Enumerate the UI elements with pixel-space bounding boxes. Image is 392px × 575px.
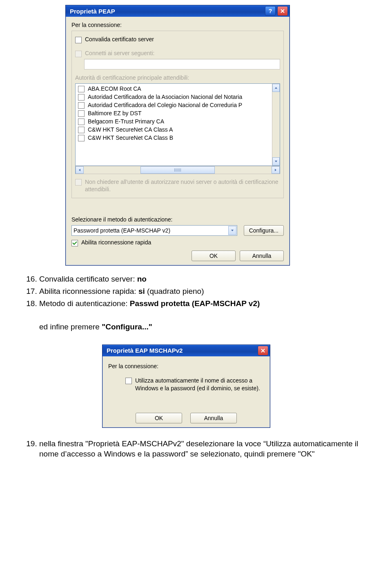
no-prompt-label: Non chiedere all'utente di autorizzare n…	[85, 178, 280, 193]
trusted-ca-label: Autorità di certificazione principale at…	[75, 74, 280, 81]
configure-button[interactable]: Configura...	[244, 225, 284, 236]
titlebar[interactable]: Proprietà PEAP ?	[66, 5, 290, 17]
close-button[interactable]	[277, 6, 288, 16]
fast-reconnect-checkbox[interactable]: Abilita riconnessione rapida	[71, 239, 284, 246]
checkbox-icon	[75, 51, 82, 57]
ok-button[interactable]: OK	[192, 251, 236, 261]
instruction-tail: ed infine premere "Configura..."	[25, 322, 367, 332]
scroll-thumb[interactable]	[140, 166, 215, 174]
peap-properties-dialog: Proprietà PEAP ? Per la connessione: Con…	[65, 5, 290, 266]
fast-reconnect-label: Abilita riconnessione rapida	[81, 239, 151, 246]
instructions-block-2: nella finestra "Proprietà EAP-MSCHAPv2" …	[25, 439, 367, 459]
instruction-18: Metodo di autenticazione: Passwd protett…	[39, 298, 367, 309]
ca-item-label: C&W HKT SecureNet CA Class B	[88, 134, 173, 141]
auto-logon-checkbox[interactable]: Utilizza automaticamente il nome di acce…	[125, 377, 264, 392]
ok-button[interactable]: OK	[136, 413, 182, 423]
instructions-block-1: Convalida certificato server: no Abilita…	[25, 274, 367, 332]
horizontal-scrollbar[interactable]	[75, 166, 280, 174]
checkbox-icon	[78, 119, 85, 125]
connection-label: Per la connessione:	[108, 363, 264, 369]
no-prompt-checkbox: Non chiedere all'utente di autorizzare n…	[75, 178, 280, 193]
mschapv2-properties-dialog: Proprietà EAP MSCHAPv2 Per la connession…	[102, 345, 270, 428]
cancel-button[interactable]: Annulla	[190, 413, 237, 423]
checkbox-icon	[78, 94, 85, 101]
ca-list-item[interactable]: Baltimore EZ by DST	[76, 109, 272, 117]
ca-item-label: C&W HKT SecureNet CA Class A	[88, 126, 173, 133]
auth-method-label: Selezionare il metodo di autenticazione:	[71, 216, 284, 223]
titlebar[interactable]: Proprietà EAP MSCHAPv2	[102, 345, 270, 356]
checkbox-icon	[78, 102, 85, 109]
auto-logon-label: Utilizza automaticamente il nome di acce…	[135, 377, 264, 392]
trusted-ca-list[interactable]: ABA.ECOM Root CAAutoridad Certificadora …	[75, 83, 280, 166]
connect-servers-label: Connetti ai server seguenti:	[85, 50, 154, 56]
ca-item-label: Autoridad Certificadora del Colegio Naci…	[88, 102, 242, 108]
ca-list-item[interactable]: C&W HKT SecureNet CA Class A	[76, 125, 272, 134]
checkbox-icon	[78, 110, 85, 117]
connection-groupbox: Convalida certificato server Connetti ai…	[71, 31, 284, 198]
checkbox-icon	[78, 86, 85, 92]
scroll-left-button[interactable]	[76, 166, 84, 174]
auth-method-value: Password protetta (EAP-MSCHAP v2)	[74, 227, 170, 234]
ca-list-item[interactable]: Autoridad Certificadora de la Asociacion…	[76, 93, 272, 101]
vertical-scrollbar[interactable]	[272, 84, 280, 166]
checkbox-icon	[75, 179, 82, 186]
help-button[interactable]: ?	[265, 6, 276, 16]
connect-servers-checkbox: Connetti ai server seguenti:	[75, 50, 280, 57]
ca-item-label: Autoridad Certificadora de la Asociacion…	[88, 94, 242, 100]
ca-item-label: Baltimore EZ by DST	[88, 110, 141, 116]
instruction-17: Abilita riconnessione rapida: si (quadra…	[39, 286, 367, 297]
validate-cert-checkbox[interactable]: Convalida certificato server	[75, 36, 280, 43]
ca-list-item[interactable]: Belgacom E-Trust Primary CA	[76, 117, 272, 125]
chevron-down-icon	[228, 226, 236, 235]
ca-list-item[interactable]: Autoridad Certificadora del Colegio Naci…	[76, 101, 272, 109]
servers-input	[84, 59, 280, 69]
connection-label: Per la connessione:	[71, 22, 284, 28]
auth-method-select[interactable]: Password protetta (EAP-MSCHAP v2)	[71, 225, 237, 236]
checkbox-icon	[125, 378, 132, 384]
checkbox-icon	[78, 135, 85, 141]
instruction-19: nella finestra "Proprietà EAP-MSCHAPv2" …	[39, 439, 367, 459]
window-title: Proprietà EAP MSCHAPv2	[104, 347, 256, 354]
close-button[interactable]	[258, 346, 268, 356]
validate-cert-label: Convalida certificato server	[85, 36, 154, 43]
checkbox-icon	[78, 127, 85, 133]
scroll-up-button[interactable]	[272, 84, 280, 92]
scroll-down-button[interactable]	[272, 157, 280, 166]
scroll-right-button[interactable]	[272, 166, 280, 174]
ca-list-item[interactable]: C&W HKT SecureNet CA Class B	[76, 134, 272, 142]
ca-item-label: ABA.ECOM Root CA	[88, 85, 141, 92]
checkbox-icon	[75, 37, 82, 43]
window-title: Proprietà PEAP	[67, 8, 263, 15]
ca-item-label: Belgacom E-Trust Primary CA	[88, 118, 164, 125]
ca-list-item[interactable]: ABA.ECOM Root CA	[76, 85, 272, 93]
cancel-button[interactable]: Annulla	[240, 251, 284, 261]
instruction-16: Convalida certificato server: no	[39, 274, 367, 284]
checkbox-checked-icon	[71, 240, 78, 246]
